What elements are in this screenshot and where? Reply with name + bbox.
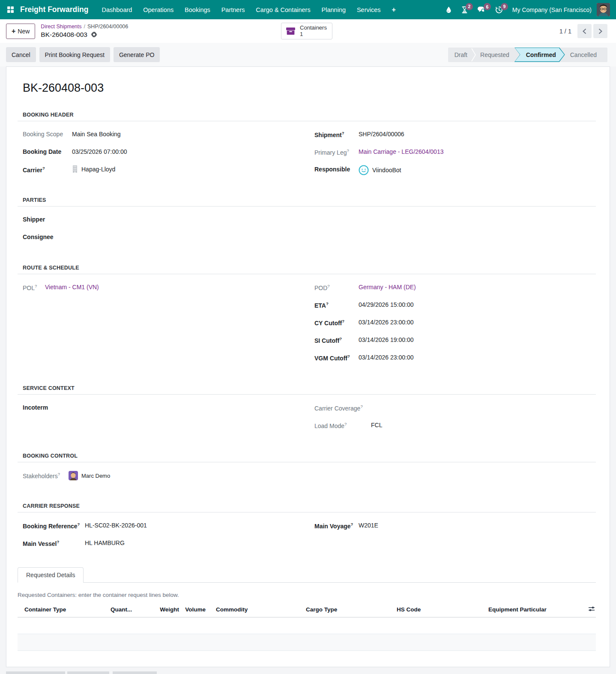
user-avatar[interactable] [597,3,610,16]
field-si-cutoff: SI Cutoff? 03/14/2026 19:00:00 [314,336,596,347]
breadcrumb-current-record: BK-260408-003 [41,30,87,39]
status-step-requested[interactable]: Requested [476,48,513,62]
menu-dashboard[interactable]: Dashboard [97,4,137,16]
apps-menu-icon[interactable] [0,6,20,13]
company-switcher[interactable]: My Company (San Francisco) [512,6,592,13]
section-service-context: SERVICE CONTEXT Incoterm Carrier Coverag… [18,385,596,438]
pager-value: 1 / 1 [559,28,571,35]
column-cargo-type[interactable]: Cargo Type [299,606,390,613]
section-booking-header: BOOKING HEADER Booking Scope Main Sea Bo… [18,112,596,183]
field-stakeholders: Stakeholders? Marc Demo [23,471,304,482]
status-step-draft[interactable]: Draft [451,48,471,62]
menu-operations[interactable]: Operations [138,4,178,16]
field-shipper: Shipper [23,215,304,227]
field-booking-date: Booking Date 03/25/2026 07:00:00 [23,147,304,159]
breadcrumb-shipment[interactable]: SHP/2604/00006 [87,24,128,30]
archive-box-icon [285,26,296,36]
menu-cargo-containers[interactable]: Cargo & Containers [251,4,315,16]
menu-services[interactable]: Services [352,4,386,16]
menu-more-plus[interactable]: + [387,3,400,16]
form-sheet: BK-260408-003 BOOKING HEADER Booking Sco… [6,66,610,667]
menu-planning[interactable]: Planning [317,4,350,16]
field-cy-cutoff: CY Cutoff? 03/14/2026 23:00:00 [314,318,596,330]
bot-avatar [359,165,369,175]
column-container-type[interactable]: Container Type [18,606,104,613]
status-step-cancelled[interactable]: Cancelled [566,48,601,62]
field-pod: POD? Germany - HAM (DE) [314,283,596,294]
footer-button-stub[interactable] [113,671,157,674]
empty-list-row[interactable] [18,617,596,634]
print-booking-request-button[interactable]: Print Booking Request [39,47,110,62]
empty-list-row[interactable] [18,634,596,651]
optional-columns-button[interactable] [579,606,596,613]
field-main-vessel: Main Vessel? HL HAMBURG [23,539,304,550]
field-carrier-coverage: Carrier Coverage? [314,403,596,415]
new-button[interactable]: + New [6,24,35,39]
generate-po-button[interactable]: Generate PO [114,47,160,62]
gear-icon[interactable] [91,31,97,38]
field-responsible: Responsible ViindooBot [314,165,596,177]
footer-button-stub[interactable] [6,671,65,674]
action-bar: Cancel Print Booking Request Generate PO… [0,43,616,66]
building-icon [72,165,78,173]
column-commodity[interactable]: Commodity [209,606,299,613]
field-primary-leg: Primary Leg? Main Carriage - LEG/2604/00… [314,147,596,159]
field-booking-reference: Booking Reference? HL-SC02-BK-2026-001 [23,521,304,533]
activity-clock-icon[interactable]: 9 [491,3,507,16]
app-name[interactable]: Freight Forwarding [20,5,88,14]
field-shipment: Shipment? SHP/2604/00006 [314,130,596,141]
pager-next-button[interactable] [593,24,607,38]
field-eta: ETA? 04/29/2026 15:00:00 [314,300,596,312]
menu-bookings[interactable]: Bookings [180,4,215,16]
breadcrumb: Direct Shipments/SHP/2604/00006 BK-26040… [41,24,128,39]
field-booking-scope: Booking Scope Main Sea Booking [23,130,304,141]
column-quantity[interactable]: Quant... [104,606,145,613]
activity-badge: 9 [501,3,508,10]
pager-previous-button[interactable] [577,24,592,38]
statusbar: Draft Requested Confirmed Cancelled [448,48,607,62]
section-title: SERVICE CONTEXT [18,385,596,395]
section-title: CARRIER RESPONSE [18,503,596,512]
sheet-area: BK-260408-003 BOOKING HEADER Booking Sco… [0,66,616,674]
field-vgm-cutoff: VGM Cutoff? 03/14/2026 23:00:00 [314,353,596,365]
field-pol: POL? Vietnam - CM1 (VN) [23,283,304,294]
smart-button-count: 1 [300,31,327,38]
field-carrier: Carrier? Hapag-Lloyd [23,165,304,177]
record-title: BK-260408-003 [23,81,596,95]
notebook-tabs: Requested Details [18,567,596,583]
field-consignee: Consignee [23,233,304,244]
empty-list-row[interactable] [18,651,596,667]
column-equipment-particular[interactable]: Equipment Particular [481,606,579,613]
hourglass-badge: 2 [466,3,473,10]
tab-requested-details[interactable]: Requested Details [18,567,84,583]
sliders-icon [588,606,595,612]
status-step-confirmed-active[interactable]: Confirmed [514,48,565,62]
messages-icon[interactable]: 6 [473,3,490,16]
plus-icon: + [12,27,15,35]
column-weight[interactable]: Weight [145,606,182,613]
hourglass-icon[interactable]: 2 [457,3,472,16]
field-main-voyage: Main Voyage? W201E [314,521,596,533]
grid-icon [7,6,14,13]
section-route-schedule: ROUTE & SCHEDULE POL? Vietnam - CM1 (VN)… [18,265,596,371]
field-load-mode: Load Mode? FCL [314,421,596,432]
column-hs-code[interactable]: HS Code [390,606,481,613]
list-hint: Requested Containers: enter the containe… [18,592,596,598]
column-volume[interactable]: Volume [182,606,209,613]
footer-button-stub[interactable] [67,671,109,674]
cancel-button[interactable]: Cancel [6,47,36,62]
section-title: ROUTE & SCHEDULE [18,265,596,274]
status-separator-icon [471,48,476,62]
section-title: BOOKING HEADER [18,112,596,121]
breadcrumb-direct-shipments[interactable]: Direct Shipments [41,24,81,30]
top-navbar: Freight Forwarding Dashboard Operations … [0,0,616,19]
section-title: PARTIES [18,197,596,207]
control-panel: + New Direct Shipments/SHP/2604/00006 BK… [0,19,616,43]
field-incoterm: Incoterm [23,403,304,415]
section-title: BOOKING CONTROL [18,453,596,462]
chevron-left-icon [582,28,587,34]
water-drop-icon[interactable] [441,3,456,16]
chevron-right-icon [598,28,603,34]
containers-smart-button[interactable]: Containers 1 [281,23,332,40]
menu-partners[interactable]: Partners [217,4,250,16]
